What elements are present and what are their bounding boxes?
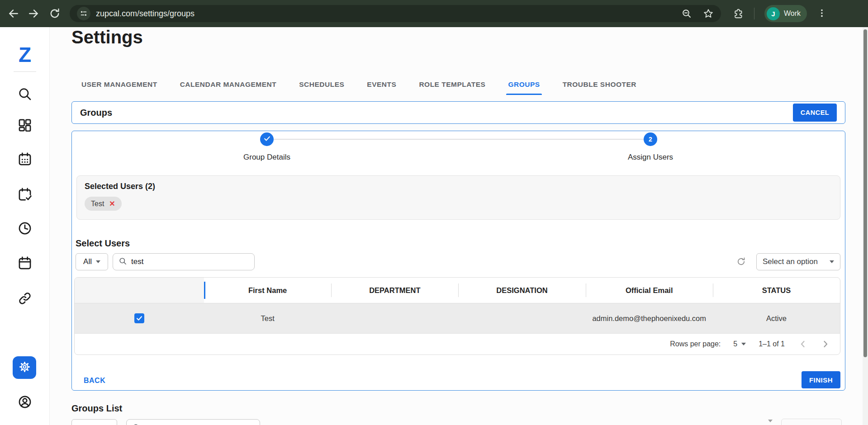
refresh-icon[interactable] <box>736 256 746 267</box>
user-search-input[interactable] <box>131 257 249 266</box>
table-pagination: Rows per page: 5 1–1 of 1 <box>75 334 840 354</box>
browser-chrome: zupcal.com/settings/groups J Work <box>0 0 868 27</box>
menu-dots-icon[interactable] <box>817 8 827 19</box>
rows-per-page-select[interactable]: 5 <box>733 340 746 348</box>
account-icon[interactable] <box>17 394 33 410</box>
url-text[interactable]: zupcal.com/settings/groups <box>96 9 676 19</box>
rows-per-page-label: Rows per page: <box>670 340 721 348</box>
site-info-icon[interactable] <box>77 7 90 20</box>
select-users-heading: Select Users <box>76 238 130 249</box>
column-header-official-email[interactable]: Official Email <box>586 278 713 303</box>
tab-role-templates[interactable]: ROLE TEMPLATES <box>417 80 487 95</box>
clock-icon[interactable] <box>17 221 33 236</box>
sidebar-item-settings[interactable] <box>13 356 36 379</box>
reload-icon[interactable] <box>49 8 61 19</box>
link-icon[interactable] <box>17 291 33 306</box>
assign-option-value: Select an option <box>763 257 818 266</box>
settings-tabs: USER MANAGEMENT CALENDAR MANAGEMENT SCHE… <box>80 80 638 95</box>
tab-groups[interactable]: GROUPS <box>506 80 541 95</box>
tab-schedules[interactable]: SCHEDULES <box>297 80 346 95</box>
profile-name: Work <box>784 9 801 18</box>
cell-status: Active <box>713 314 840 323</box>
groups-list-search-box[interactable] <box>126 419 260 425</box>
previous-page-icon[interactable] <box>797 339 808 349</box>
table-row[interactable]: Test admin.demo@thephoenixedu.com Active <box>75 303 840 334</box>
step-1-label: Group Details <box>222 153 312 162</box>
caret-down-icon <box>741 343 746 345</box>
search-icon <box>132 423 141 425</box>
cancel-button[interactable]: CANCEL <box>793 104 837 122</box>
column-header-first-name[interactable]: First Name <box>204 278 331 303</box>
groups-list-heading: Groups List <box>71 403 122 414</box>
groups-panel-header: Groups CANCEL <box>71 101 845 124</box>
page-title: Settings <box>71 27 143 47</box>
zoom-out-icon[interactable] <box>681 8 692 19</box>
finish-button[interactable]: FINISH <box>802 371 840 388</box>
profile-avatar: J <box>767 7 780 20</box>
row-checkbox[interactable] <box>134 313 144 323</box>
user-search-box[interactable] <box>113 253 255 270</box>
table-header-row: First Name DEPARTMENT DESIGNATION Offici… <box>75 278 840 303</box>
step-2-circle[interactable]: 2 <box>644 132 657 146</box>
column-header-status[interactable]: STATUS <box>713 278 840 303</box>
back-button[interactable]: BACK <box>84 377 105 385</box>
caret-down-icon <box>768 422 773 425</box>
stepper-connector <box>274 139 644 140</box>
export-button[interactable]: EXPORT <box>781 419 842 425</box>
chip-remove-icon[interactable]: ✕ <box>109 200 115 208</box>
sidebar: Z <box>0 27 50 425</box>
gear-icon <box>19 361 31 375</box>
tab-events[interactable]: EVENTS <box>365 80 398 95</box>
step-2-label: Assign Users <box>605 153 696 162</box>
step-1-circle[interactable] <box>260 132 274 146</box>
browser-profile[interactable]: J Work <box>764 5 807 22</box>
extensions-icon[interactable] <box>733 8 744 19</box>
address-bar[interactable]: zupcal.com/settings/groups <box>70 5 721 22</box>
scope-filter-value: All <box>83 257 92 266</box>
chrome-divider <box>754 8 754 19</box>
next-page-icon[interactable] <box>820 339 831 349</box>
search-icon <box>119 257 127 267</box>
app-logo[interactable]: Z <box>0 44 50 65</box>
forward-icon[interactable] <box>28 8 40 19</box>
groups-list-filter-select[interactable]: All <box>71 419 117 425</box>
tab-user-management[interactable]: USER MANAGEMENT <box>80 80 159 95</box>
calendar-icon[interactable] <box>17 151 33 167</box>
column-header-designation[interactable]: DESIGNATION <box>458 278 585 303</box>
caret-down-icon <box>830 260 834 263</box>
search-icon[interactable] <box>17 86 33 102</box>
bookmark-star-icon[interactable] <box>703 8 714 19</box>
cell-official-email: admin.demo@thephoenixedu.com <box>586 314 713 323</box>
schedule-calendar-icon[interactable] <box>17 255 33 271</box>
checkbox-column-header <box>75 278 204 303</box>
selected-users-box: Selected Users (2) Test ✕ <box>76 175 840 220</box>
selected-user-chip: Test ✕ <box>85 197 122 211</box>
assign-users-panel: 2 Group Details Assign Users Selected Us… <box>71 131 845 391</box>
scrollbar-thumb[interactable] <box>863 29 867 357</box>
selected-users-heading: Selected Users (2) <box>85 182 832 191</box>
caret-down-icon <box>96 260 100 263</box>
tab-calendar-management[interactable]: CALENDAR MANAGEMENT <box>178 80 279 95</box>
assign-option-select[interactable]: Select an option <box>756 253 840 270</box>
page-scrollbar <box>863 27 868 425</box>
dashboard-icon[interactable] <box>17 118 33 133</box>
calendar-check-icon[interactable] <box>17 187 33 202</box>
cell-first-name: Test <box>204 314 331 323</box>
back-icon[interactable] <box>7 8 19 19</box>
scope-filter-select[interactable]: All <box>76 253 108 270</box>
pagination-range: 1–1 of 1 <box>759 340 785 348</box>
chip-label: Test <box>91 200 104 208</box>
main-content: Settings USER MANAGEMENT CALENDAR MANAGE… <box>50 27 868 425</box>
tab-trouble-shooter[interactable]: TROUBLE SHOOTER <box>561 80 638 95</box>
column-header-department[interactable]: DEPARTMENT <box>331 278 458 303</box>
check-icon <box>263 135 271 144</box>
rows-per-page-value: 5 <box>733 340 737 348</box>
groups-panel-title: Groups <box>80 108 112 118</box>
sidebar-divider <box>14 71 36 72</box>
users-table: First Name DEPARTMENT DESIGNATION Offici… <box>74 277 840 355</box>
